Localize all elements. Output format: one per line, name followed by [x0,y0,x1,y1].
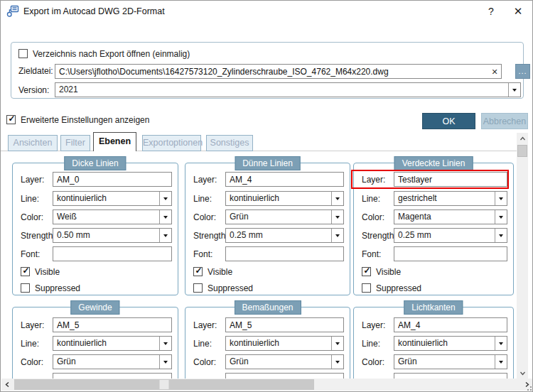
color-dropdown-button[interactable] [495,355,507,369]
visible-checkbox[interactable] [21,267,30,276]
color-label: Color: [362,357,384,367]
font-input[interactable] [53,246,172,261]
color-combobox[interactable]: Grün [225,209,344,224]
line-value: kontinuierlich [398,337,492,350]
tab-sonstiges[interactable]: Sonstiges [206,135,253,151]
chevron-down-icon [335,361,340,364]
color-label: Color: [193,212,216,222]
color-dropdown-button[interactable] [331,355,343,369]
scroll-down-icon[interactable] [517,367,528,379]
layer-input[interactable] [53,172,172,187]
layer-input[interactable] [394,172,507,187]
chevron-down-icon [335,197,340,200]
horizontal-scrollbar[interactable] [1,379,533,391]
visible-checkbox[interactable] [362,267,371,276]
color-combobox[interactable]: Weiß [53,209,172,224]
chevron-down-icon [163,216,168,219]
line-combobox[interactable]: kontinuierlich [53,191,172,206]
vertical-scrollbar[interactable] [517,133,528,379]
color-value: Weiß [57,210,157,224]
advanced-settings-label: Erweiterte Einstellungen anzeigen [21,115,149,125]
tab-ebenen[interactable]: Ebenen [93,132,136,151]
resize-grip[interactable] [524,383,532,391]
color-label: Color: [362,212,384,222]
clear-file-icon[interactable]: ✕ [490,67,500,77]
tab-ansichten[interactable]: Ansichten [8,135,58,151]
chevron-down-icon [499,361,503,364]
font-label: Font: [362,249,381,259]
color-combobox[interactable]: Grün [394,354,507,369]
layer-label: Layer: [362,175,385,185]
layer-input[interactable] [225,172,344,187]
line-combobox[interactable]: kontinuierlich [394,336,507,351]
color-value: Grün [57,355,157,369]
ok-button[interactable]: OK [422,113,475,129]
strength-combobox[interactable] [394,373,507,379]
open-dir-checkbox-label: Verzeichnis nach Export öffnen (einmalig… [33,49,190,59]
advanced-settings-checkbox[interactable] [6,115,16,124]
strength-dropdown-button[interactable] [159,229,171,242]
color-dropdown-button[interactable] [331,210,343,224]
browse-button[interactable]: ... [515,64,530,79]
line-dropdown-button[interactable] [331,192,343,205]
help-button[interactable]: ? [483,4,500,18]
color-dropdown-button[interactable] [159,355,171,369]
scroll-left-icon[interactable] [1,379,14,391]
font-input[interactable] [225,246,344,261]
strength-combobox[interactable]: 0.25 mm [394,228,507,243]
suppressed-checkbox[interactable] [362,283,371,293]
suppressed-checkbox[interactable] [193,283,203,293]
color-combobox[interactable]: Magenta [394,209,507,224]
color-value: Magenta [398,210,492,224]
color-dropdown-button[interactable] [159,210,171,224]
target-file-input[interactable] [55,64,502,79]
color-combobox[interactable]: Grün [53,354,172,369]
strength-combobox[interactable] [225,373,344,379]
open-dir-checkbox[interactable] [18,49,28,58]
line-dropdown-button[interactable] [495,337,507,350]
line-combobox[interactable]: kontinuierlich [225,191,344,206]
close-button[interactable]: ✕ [510,4,527,18]
line-combobox[interactable]: gestrichelt [394,191,507,206]
chevron-down-icon [499,234,503,237]
color-combobox[interactable]: Grün [225,354,344,369]
cancel-button[interactable]: Abbrechen [481,113,528,129]
color-value: Grün [230,355,329,369]
group-title-badge: Verdeckte Linien [394,156,473,170]
chevron-down-icon [163,342,168,345]
suppressed-label: Suppressed [376,283,421,293]
strength-dropdown-button[interactable] [495,229,507,242]
strength-combobox[interactable]: 0.25 mm [225,228,344,243]
tab-filter[interactable]: Filter [60,135,90,151]
layer-input[interactable] [394,317,507,332]
chevron-down-icon [499,197,503,200]
layer-label: Layer: [21,320,44,330]
font-input[interactable] [394,246,507,261]
suppressed-checkbox[interactable] [21,283,30,293]
line-value: kontinuierlich [230,192,329,205]
version-dropdown-button[interactable] [508,83,520,97]
line-dropdown-button[interactable] [159,337,171,350]
horizontal-scroll-thumb[interactable] [14,379,314,390]
line-combobox[interactable]: kontinuierlich [53,336,172,351]
line-value: gestrichelt [398,192,492,205]
line-dropdown-button[interactable] [159,192,171,205]
strength-combobox[interactable] [53,373,172,379]
visible-checkbox[interactable] [193,267,203,276]
group-title-badge: Gewinde [70,300,119,315]
line-label: Line: [193,194,212,204]
line-value: kontinuierlich [57,337,157,350]
line-dropdown-button[interactable] [331,337,343,350]
color-dropdown-button[interactable] [495,210,507,224]
tab-exportoptionen[interactable]: Exportoptionen [142,135,201,151]
vertical-scroll-thumb[interactable] [517,145,527,157]
line-combobox[interactable]: kontinuierlich [225,336,344,351]
layer-input[interactable] [53,317,172,332]
scroll-up-icon[interactable] [517,133,528,144]
strength-dropdown-button[interactable] [331,229,343,242]
export-target-groupbox: Verzeichnis nach Export öffnen (einmalig… [11,42,524,99]
layer-input[interactable] [225,317,344,332]
strength-combobox[interactable]: 0.50 mm [53,228,172,243]
version-combobox[interactable]: 2021 [55,82,521,97]
line-dropdown-button[interactable] [495,192,507,205]
